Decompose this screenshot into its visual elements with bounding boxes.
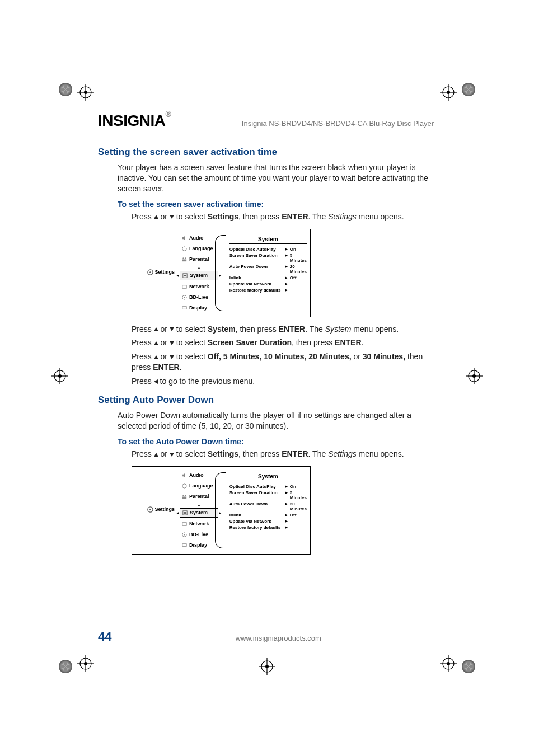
- page-header: INSIGNIA® Insignia NS-BRDVD4/NS-BRDVD4-C…: [98, 112, 434, 130]
- svg-point-26: [184, 534, 185, 535]
- intro-text: Your player has a screen saver feature t…: [118, 162, 434, 194]
- product-name: Insignia NS-BRDVD4/NS-BRDVD4-CA Blu-Ray …: [242, 119, 434, 128]
- registration-mark-icon: [77, 84, 94, 101]
- brand-logo: INSIGNIA®: [98, 112, 171, 130]
- panel-row: Auto Power Down►20 Minutes: [229, 264, 307, 275]
- step-text: Press or to select Settings, then press …: [132, 449, 434, 459]
- svg-point-7: [182, 257, 184, 259]
- down-arrow-icon: [170, 341, 174, 345]
- svg-point-18: [182, 484, 186, 488]
- panel-row: Screen Saver Duration►5 Minutes: [229, 490, 307, 501]
- svg-rect-24: [182, 522, 186, 525]
- svg-point-17: [149, 509, 151, 510]
- step-text: Press or to select Screen Saver Duration…: [132, 337, 434, 348]
- procedure-heading: To set the Auto Power Down time:: [118, 437, 434, 446]
- panel-row: Optical Disc AutoPlay►On: [229, 483, 307, 490]
- parental-icon: [181, 494, 188, 500]
- up-arrow-icon: [154, 341, 158, 345]
- network-icon: [181, 521, 188, 527]
- up-arrow-icon: [154, 327, 158, 331]
- menu-item: Language: [180, 245, 218, 253]
- panel-row: Optical Disc AutoPlay►On: [229, 246, 307, 252]
- language-icon: [181, 483, 188, 489]
- panel-row: Restore factory defaults►: [229, 287, 307, 293]
- down-arrow-icon: [170, 355, 174, 359]
- print-registration-corner: [59, 660, 72, 673]
- parental-icon: [181, 256, 188, 262]
- panel-row: Update Via Network►: [229, 281, 307, 287]
- svg-point-14: [184, 297, 185, 298]
- menu-item: Network: [180, 520, 218, 528]
- registration-mark-icon: [259, 658, 275, 675]
- page-footer: 44 www.insigniaproducts.com: [98, 627, 434, 644]
- panel-row: Inlink►Off: [229, 275, 307, 281]
- step-text: Press or to select Settings, then press …: [132, 212, 434, 222]
- down-arrow-icon: [170, 215, 174, 219]
- page-number: 44: [98, 630, 111, 644]
- language-icon: [181, 246, 188, 252]
- registration-mark-icon: [51, 368, 68, 384]
- down-arrow-icon: [170, 453, 174, 457]
- section-heading: Setting the screen saver activation time: [98, 147, 434, 158]
- svg-rect-21: [182, 496, 186, 499]
- svg-point-20: [185, 495, 186, 496]
- svg-point-8: [185, 257, 186, 259]
- menu-item: Parental: [180, 492, 218, 501]
- menu-item: BD-Live: [180, 293, 218, 302]
- up-arrow-icon: [154, 355, 158, 359]
- audio-icon: [181, 235, 188, 241]
- panel-title: System: [229, 236, 307, 244]
- gear-icon: [147, 506, 153, 513]
- procedure-heading: To set the screen saver activation time:: [118, 200, 434, 209]
- panel-row: Update Via Network►: [229, 518, 307, 524]
- menu-item: BD-Live: [180, 530, 218, 539]
- system-icon: [182, 273, 188, 279]
- print-registration-corner: [59, 83, 72, 96]
- registration-mark-icon: [440, 84, 457, 101]
- step-text: Press or to select Off, 5 Minutes, 10 Mi…: [132, 351, 434, 373]
- svg-rect-15: [182, 306, 186, 309]
- settings-menu-screenshot: Settings Audio Language Parental ▲ Syste…: [132, 229, 311, 317]
- brand-text: INSIGNIA: [98, 112, 165, 129]
- footer-url: www.insigniaproducts.com: [123, 634, 434, 642]
- intro-text: Auto Power Down automatically turns the …: [118, 410, 434, 431]
- menu-settings-label: Settings: [145, 267, 177, 277]
- panel-row: Inlink►Off: [229, 512, 307, 518]
- svg-point-19: [182, 495, 184, 496]
- display-icon: [181, 542, 188, 548]
- up-arrow-icon: [154, 215, 158, 219]
- svg-rect-9: [182, 259, 186, 261]
- svg-point-5: [149, 271, 151, 273]
- step-text: Press or to select System, then press EN…: [132, 324, 434, 335]
- menu-item: Language: [180, 482, 218, 490]
- gear-icon: [147, 269, 153, 275]
- left-arrow-icon: [154, 379, 158, 384]
- menu-item: Parental: [180, 255, 218, 264]
- menu-item: Display: [180, 541, 218, 550]
- panel-title: System: [229, 473, 307, 481]
- audio-icon: [181, 472, 188, 478]
- step-text: Press to go to the previous menu.: [132, 376, 434, 387]
- svg-point-6: [182, 246, 186, 250]
- menu-settings-label: Settings: [145, 505, 177, 514]
- print-registration-corner: [462, 83, 475, 96]
- svg-point-23: [184, 511, 186, 514]
- svg-point-11: [184, 274, 186, 276]
- menu-item-selected: System: [180, 271, 218, 280]
- svg-rect-12: [182, 285, 186, 288]
- network-icon: [181, 284, 188, 290]
- down-arrow-icon: [170, 327, 174, 331]
- menu-item-selected: System: [180, 508, 218, 518]
- menu-item: Network: [180, 283, 218, 291]
- disc-icon: [181, 532, 188, 538]
- system-icon: [182, 510, 188, 516]
- panel-row: Auto Power Down►20 Minutes: [229, 501, 307, 512]
- disc-icon: [181, 294, 188, 300]
- panel-row: Screen Saver Duration►5 Minutes: [229, 252, 307, 264]
- print-registration-corner: [462, 660, 475, 673]
- panel-row: Restore factory defaults►: [229, 524, 307, 530]
- display-icon: [181, 305, 188, 311]
- section-heading: Setting Auto Power Down: [98, 395, 434, 406]
- menu-item: Audio: [180, 234, 218, 242]
- svg-rect-27: [182, 543, 186, 546]
